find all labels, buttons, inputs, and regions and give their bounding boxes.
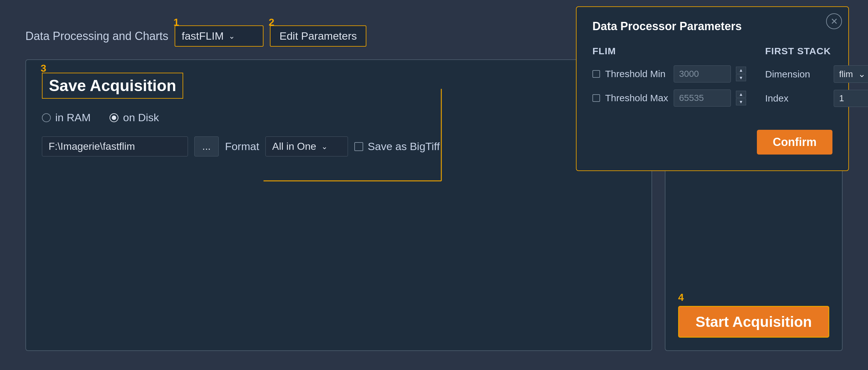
threshold-min-down-button[interactable]: ▼ bbox=[736, 74, 746, 81]
step2-badge: 2 bbox=[269, 16, 274, 28]
edit-params-box: 2 Edit Parameters bbox=[270, 25, 366, 47]
threshold-max-row: Threshold Max ▲ ▼ bbox=[592, 90, 746, 107]
modal-title: Data Processor Parameters bbox=[592, 20, 832, 33]
file-row: ... Format All in One ⌄ Save as BigTiff bbox=[42, 136, 636, 157]
format-dropdown-value: All in One bbox=[272, 141, 316, 152]
threshold-min-row: Threshold Min ▲ ▼ bbox=[592, 65, 746, 82]
format-dropdown[interactable]: All in One ⌄ bbox=[266, 136, 348, 157]
disk-label: on Disk bbox=[123, 111, 159, 124]
save-acquisition-panel: 3 Save Acquisition in RAM on Disk ... Fo… bbox=[25, 59, 652, 351]
step1-badge: 1 bbox=[173, 16, 179, 28]
disk-radio-button[interactable] bbox=[110, 113, 118, 122]
dimension-row: Dimension flim ⌄ bbox=[765, 65, 868, 83]
bigtiff-checkbox[interactable] bbox=[354, 142, 363, 151]
threshold-min-checkbox[interactable] bbox=[592, 70, 600, 78]
save-acquisition-header: 3 Save Acquisition bbox=[42, 73, 636, 99]
start-section: 4 Start Acquisition bbox=[678, 292, 829, 338]
threshold-max-down-button[interactable]: ▼ bbox=[736, 98, 746, 105]
dimension-dropdown-arrow-icon: ⌄ bbox=[858, 69, 865, 79]
bigtiff-label: Save as BigTiff bbox=[368, 140, 440, 153]
threshold-min-input[interactable] bbox=[674, 65, 731, 82]
first-stack-section-title: FIRST STACK bbox=[765, 46, 868, 57]
method-dropdown-arrow-icon: ⌄ bbox=[228, 32, 235, 41]
method-dropdown-value: fastFLIM bbox=[182, 30, 223, 42]
threshold-max-up-button[interactable]: ▲ bbox=[736, 91, 746, 98]
flim-column: FLIM Threshold Min ▲ ▼ Threshold Max ▲ ▼ bbox=[592, 46, 746, 114]
threshold-min-label: Threshold Min bbox=[605, 69, 669, 79]
method-dropdown[interactable]: fastFLIM ⌄ bbox=[175, 25, 264, 47]
disk-option[interactable]: on Disk bbox=[110, 111, 159, 124]
storage-radio-group: in RAM on Disk bbox=[42, 111, 636, 124]
flim-section-title: FLIM bbox=[592, 46, 746, 57]
threshold-min-up-button[interactable]: ▲ bbox=[736, 67, 746, 74]
ram-option[interactable]: in RAM bbox=[42, 111, 91, 124]
confirm-button[interactable]: Confirm bbox=[757, 130, 832, 155]
threshold-max-input[interactable] bbox=[674, 90, 731, 107]
close-icon: ✕ bbox=[831, 16, 838, 27]
step4-badge: 4 bbox=[678, 292, 829, 303]
index-input[interactable] bbox=[834, 90, 868, 107]
file-path-input[interactable] bbox=[42, 136, 188, 157]
ram-radio-button[interactable] bbox=[42, 113, 51, 122]
step3-badge: 3 bbox=[41, 63, 46, 74]
format-dropdown-arrow-icon: ⌄ bbox=[321, 142, 328, 151]
threshold-min-spinner: ▲ ▼ bbox=[736, 67, 746, 81]
threshold-max-label: Threshold Max bbox=[605, 93, 669, 103]
start-acquisition-button[interactable]: Start Acquisition bbox=[678, 306, 829, 338]
bigtiff-option[interactable]: Save as BigTiff bbox=[354, 140, 440, 153]
browse-button[interactable]: ... bbox=[194, 136, 219, 157]
method-dropdown-box: 1 fastFLIM ⌄ bbox=[175, 25, 264, 47]
dimension-label: Dimension bbox=[765, 69, 829, 80]
modal-close-button[interactable]: ✕ bbox=[826, 13, 842, 29]
format-label: Format bbox=[225, 140, 259, 153]
ram-label: in RAM bbox=[55, 111, 91, 124]
modal-columns: FLIM Threshold Min ▲ ▼ Threshold Max ▲ ▼ bbox=[592, 46, 832, 114]
edit-parameters-button[interactable]: Edit Parameters bbox=[270, 25, 366, 47]
index-row: Index ▲ ▼ bbox=[765, 90, 868, 107]
first-stack-column: FIRST STACK Dimension flim ⌄ Index ▲ ▼ bbox=[765, 46, 868, 114]
index-label: Index bbox=[765, 93, 829, 104]
threshold-max-checkbox[interactable] bbox=[592, 94, 600, 102]
save-acquisition-title: Save Acquisition bbox=[42, 73, 183, 99]
data-processor-modal: Data Processor Parameters ✕ FLIM Thresho… bbox=[576, 6, 849, 171]
threshold-max-spinner: ▲ ▼ bbox=[736, 91, 746, 105]
dimension-value: flim bbox=[839, 69, 853, 79]
dimension-dropdown[interactable]: flim ⌄ bbox=[834, 65, 868, 83]
data-processing-label: Data Processing and Charts bbox=[25, 30, 168, 43]
